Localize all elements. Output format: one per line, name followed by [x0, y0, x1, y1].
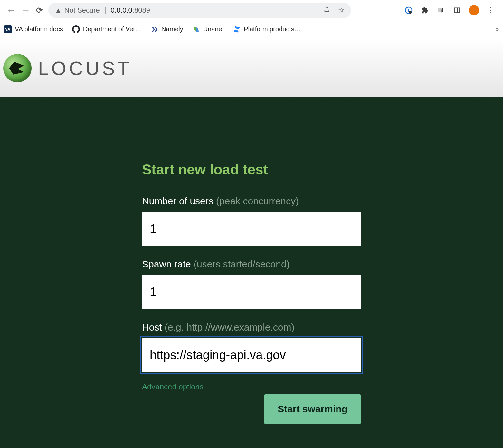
bookmark-va-docs[interactable]: VA VA platform docs	[4, 25, 63, 33]
browser-toolbar: ← → ⟳ ▲ Not Secure | 0.0.0.0:8089 ☆	[0, 0, 503, 21]
forward-button[interactable]: →	[21, 5, 30, 15]
spawn-rate-field: Spawn rate (users started/second)	[142, 259, 361, 309]
svg-rect-3	[454, 8, 460, 13]
media-controls-icon[interactable]	[437, 6, 445, 14]
bookmark-label: Department of Vet…	[83, 25, 141, 33]
warning-icon: ▲	[55, 6, 62, 14]
va-icon: VA	[4, 25, 12, 33]
kebab-menu-icon[interactable]: ⋮	[487, 6, 494, 14]
bookmark-dept-vet[interactable]: Department of Vet…	[72, 25, 141, 33]
github-icon	[72, 25, 80, 33]
spawn-label: Spawn rate	[142, 259, 191, 269]
bookmark-unanet[interactable]: Unanet	[192, 25, 224, 33]
bookmark-label: Platform products…	[244, 25, 301, 33]
new-load-test-form: Start new load test Number of users (pea…	[142, 162, 361, 424]
spawn-rate-input[interactable]	[142, 275, 361, 309]
bookmarks-bar: VA VA platform docs Department of Vet… N…	[0, 21, 503, 39]
host-hint: (e.g. http://www.example.com)	[165, 322, 294, 332]
start-swarming-button[interactable]: Start swarming	[264, 394, 361, 424]
advanced-options-link[interactable]: Advanced options	[142, 382, 204, 391]
onepassword-icon[interactable]	[404, 6, 413, 14]
namely-icon	[150, 25, 158, 33]
locust-main: Start new load test Number of users (pea…	[0, 97, 503, 448]
toolbar-right-icons: I ⋮	[404, 5, 497, 15]
locust-logo-icon	[3, 54, 32, 82]
users-label: Number of users	[142, 196, 214, 206]
profile-avatar[interactable]: I	[469, 5, 479, 15]
url-port: :8089	[132, 6, 150, 14]
locust-brand-title: LOCUST	[38, 57, 132, 79]
bookmark-star-icon[interactable]: ☆	[338, 6, 345, 14]
bookmark-label: VA platform docs	[15, 25, 63, 33]
host-input[interactable]	[142, 338, 361, 372]
users-input[interactable]	[142, 212, 361, 246]
bookmark-namely[interactable]: Namely	[150, 25, 183, 33]
reload-button[interactable]: ⟳	[36, 6, 43, 15]
host-field: Host (e.g. http://www.example.com)	[142, 322, 361, 372]
side-panel-icon[interactable]	[453, 6, 461, 14]
unanet-icon	[192, 25, 200, 33]
svg-rect-1	[408, 9, 409, 12]
bookmark-platform[interactable]: Platform products…	[233, 25, 301, 33]
url-separator: |	[104, 6, 106, 14]
form-heading: Start new load test	[142, 162, 361, 178]
share-icon[interactable]	[323, 6, 330, 15]
url-host: 0.0.0.0	[111, 6, 132, 14]
address-bar[interactable]: ▲ Not Secure | 0.0.0.0:8089 ☆	[48, 3, 351, 18]
users-hint: (peak concurrency)	[216, 196, 299, 206]
security-indicator[interactable]: ▲ Not Secure	[55, 6, 100, 14]
locust-header: LOCUST	[0, 39, 503, 97]
spawn-hint: (users started/second)	[194, 259, 289, 269]
back-button[interactable]: ←	[6, 5, 15, 15]
svg-point-2	[409, 11, 412, 14]
bookmark-label: Namely	[161, 25, 183, 33]
extensions-icon[interactable]	[421, 6, 429, 14]
users-field: Number of users (peak concurrency)	[142, 196, 361, 246]
host-label: Host	[142, 322, 162, 332]
security-label: Not Secure	[64, 6, 100, 14]
bookmarks-overflow[interactable]: »	[496, 26, 499, 33]
bookmark-label: Unanet	[203, 25, 224, 33]
confluence-icon	[233, 25, 241, 33]
